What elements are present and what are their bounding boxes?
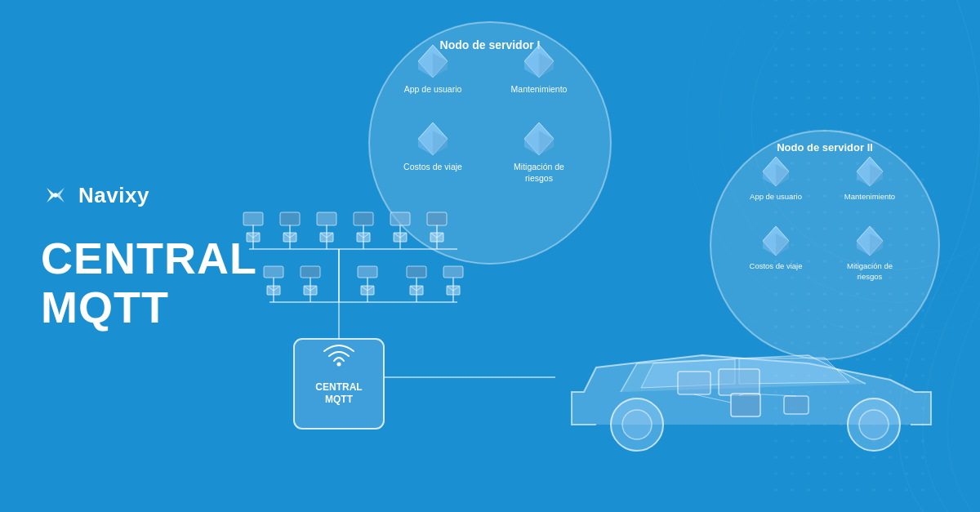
svg-point-238 — [840, 374, 843, 377]
svg-rect-356 — [443, 266, 463, 278]
svg-text:Costos de viaje: Costos de viaje — [403, 162, 462, 171]
svg-point-210 — [872, 325, 875, 328]
svg-point-255 — [791, 407, 794, 410]
svg-point-258 — [840, 407, 843, 410]
svg-rect-357 — [447, 286, 460, 295]
svg-rect-354 — [410, 286, 423, 295]
svg-point-55 — [791, 80, 794, 83]
svg-point-158 — [840, 243, 843, 247]
svg-point-49 — [856, 64, 859, 67]
svg-point-119 — [856, 178, 859, 181]
svg-point-50 — [872, 64, 875, 67]
svg-point-310 — [872, 488, 875, 492]
svg-point-109 — [856, 162, 859, 165]
svg-point-254 — [774, 407, 777, 410]
svg-point-241 — [889, 374, 892, 377]
svg-point-13 — [921, 0, 924, 2]
svg-point-261 — [889, 407, 892, 410]
svg-point-215 — [791, 341, 794, 345]
svg-point-104 — [774, 162, 777, 165]
svg-point-81 — [889, 113, 892, 116]
svg-point-33 — [921, 31, 924, 34]
svg-point-266 — [807, 423, 810, 426]
svg-point-303 — [921, 472, 924, 475]
svg-point-72 — [905, 96, 908, 100]
svg-point-153 — [921, 227, 924, 230]
svg-point-195 — [791, 309, 794, 312]
svg-point-99 — [856, 145, 859, 149]
svg-point-194 — [774, 309, 777, 312]
svg-point-243 — [921, 374, 924, 377]
svg-point-267 — [823, 423, 826, 426]
svg-point-271 — [889, 423, 892, 426]
svg-point-290 — [872, 456, 875, 459]
svg-point-94 — [774, 145, 777, 149]
svg-point-2 — [686, 0, 980, 335]
svg-rect-353 — [407, 266, 426, 278]
svg-point-120 — [872, 178, 875, 181]
svg-point-251 — [889, 390, 892, 394]
svg-point-253 — [921, 390, 924, 394]
svg-point-20 — [872, 15, 875, 18]
svg-point-159 — [856, 243, 859, 247]
logo-area: Navixy — [41, 180, 261, 210]
svg-point-128 — [840, 194, 843, 198]
central-mqtt-label2: MQTT — [325, 394, 354, 405]
svg-point-54 — [774, 80, 777, 83]
svg-point-256 — [807, 407, 810, 410]
svg-point-102 — [905, 145, 908, 149]
svg-point-30 — [872, 31, 875, 34]
svg-point-84 — [774, 129, 777, 132]
navixy-logo-icon — [41, 180, 70, 210]
svg-point-47 — [823, 64, 826, 67]
svg-point-18 — [840, 15, 843, 18]
server-node-1-circle — [369, 22, 611, 264]
svg-point-268 — [840, 423, 843, 426]
svg-rect-351 — [361, 286, 374, 295]
svg-point-276 — [807, 439, 810, 443]
svg-text:App de usuario: App de usuario — [404, 84, 462, 94]
svg-point-116 — [807, 178, 810, 181]
svg-point-8 — [840, 0, 843, 2]
svg-point-291 — [889, 456, 892, 459]
svg-point-52 — [905, 64, 908, 67]
svg-rect-335 — [354, 212, 373, 225]
svg-point-218 — [840, 341, 843, 345]
svg-point-286 — [807, 456, 810, 459]
svg-point-121 — [889, 178, 892, 181]
svg-point-114 — [774, 178, 777, 181]
svg-point-155 — [791, 243, 794, 247]
svg-point-157 — [823, 243, 826, 247]
svg-point-224 — [774, 358, 777, 361]
svg-rect-329 — [280, 212, 300, 225]
svg-point-63 — [921, 80, 924, 83]
svg-point-106 — [807, 162, 810, 165]
svg-point-223 — [921, 341, 924, 345]
svg-point-59 — [856, 80, 859, 83]
svg-text:Mantenimiento: Mantenimiento — [511, 84, 568, 94]
svg-point-173 — [921, 260, 924, 263]
svg-point-26 — [807, 31, 810, 34]
svg-point-313 — [921, 488, 924, 492]
svg-point-149 — [856, 227, 859, 230]
svg-point-260 — [872, 407, 875, 410]
svg-point-48 — [840, 64, 843, 67]
svg-point-56 — [807, 80, 810, 83]
svg-point-70 — [872, 96, 875, 100]
svg-point-65 — [791, 96, 794, 100]
svg-point-126 — [807, 194, 810, 198]
svg-point-304 — [774, 488, 777, 492]
svg-point-222 — [905, 341, 908, 345]
svg-point-175 — [791, 276, 794, 279]
svg-point-184 — [774, 292, 777, 296]
svg-rect-344 — [264, 266, 283, 278]
svg-point-108 — [840, 162, 843, 165]
svg-point-257 — [823, 407, 826, 410]
svg-point-206 — [807, 325, 810, 328]
svg-point-198 — [840, 309, 843, 312]
svg-point-306 — [807, 488, 810, 492]
svg-point-296 — [807, 472, 810, 475]
left-panel: Navixy CENTRAL MQTT — [41, 0, 261, 512]
svg-point-264 — [774, 423, 777, 426]
svg-point-88 — [840, 129, 843, 132]
